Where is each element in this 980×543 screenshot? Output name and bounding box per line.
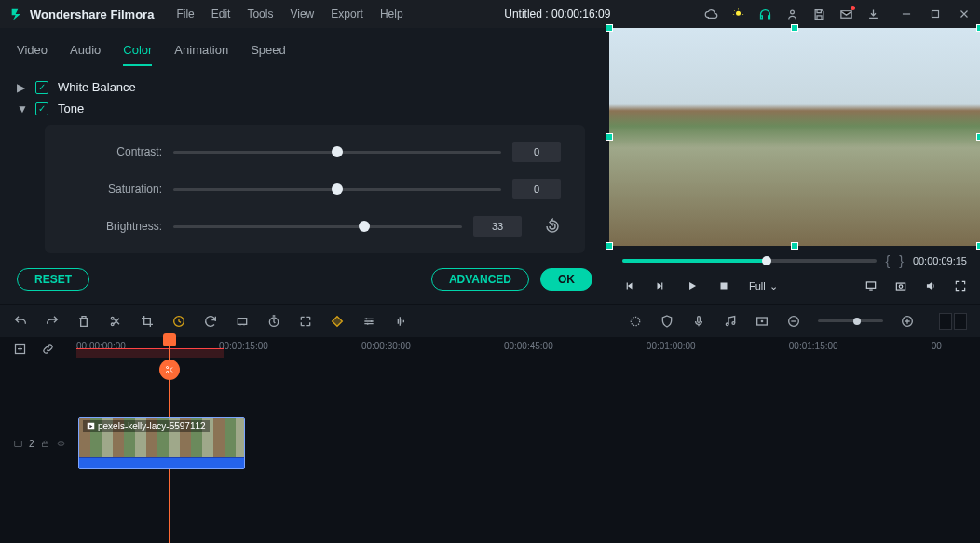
tab-audio[interactable]: Audio [70, 39, 101, 66]
zoom-in-icon[interactable] [900, 314, 915, 329]
music-icon[interactable] [723, 314, 738, 329]
keyframe-icon[interactable] [330, 314, 345, 329]
preview-scale-select[interactable]: Full ⌄ [749, 280, 778, 292]
split-icon[interactable] [108, 314, 123, 329]
lightbulb-icon[interactable] [731, 7, 745, 21]
resize-handle[interactable] [976, 133, 980, 141]
advanced-button[interactable]: ADVANCED [431, 268, 529, 291]
step-back-icon[interactable] [622, 279, 635, 292]
saturation-slider[interactable] [173, 188, 501, 191]
save-icon[interactable] [812, 7, 826, 21]
brightness-value[interactable]: 33 [473, 216, 522, 237]
stop-icon[interactable] [717, 279, 730, 292]
zoom-slider[interactable] [818, 319, 883, 322]
tone-checkbox[interactable] [35, 102, 48, 115]
freeze-icon[interactable] [235, 314, 250, 329]
volume-icon[interactable] [924, 279, 937, 292]
tab-speed[interactable]: Speed [251, 39, 286, 66]
undo-icon[interactable] [13, 314, 28, 329]
contrast-label: Contrast: [69, 145, 162, 158]
link-icon[interactable] [41, 342, 56, 357]
resize-handle[interactable] [791, 242, 798, 250]
zoom-out-icon[interactable] [786, 314, 801, 329]
mark-in-icon[interactable]: { [886, 253, 891, 268]
menu-tools[interactable]: Tools [239, 5, 280, 23]
tone-section[interactable]: ▼ Tone [17, 102, 592, 115]
resize-handle[interactable] [606, 242, 613, 250]
reset-button[interactable]: RESET [17, 268, 89, 291]
ruler-tick: 00 [932, 341, 942, 351]
minimize-icon[interactable] [899, 7, 913, 21]
menu-help[interactable]: Help [373, 5, 411, 23]
shield-icon[interactable] [660, 314, 674, 329]
marker-icon[interactable] [755, 314, 769, 329]
fullscreen-icon[interactable] [954, 279, 967, 292]
close-icon[interactable] [957, 7, 971, 21]
menu-edit[interactable]: Edit [204, 5, 238, 23]
video-preview[interactable] [609, 28, 980, 246]
maximize-icon[interactable] [928, 7, 942, 21]
tab-color[interactable]: Color [123, 39, 152, 66]
svg-point-7 [899, 285, 903, 289]
cloud-icon[interactable] [704, 7, 718, 21]
audio-wave-icon[interactable] [393, 314, 408, 329]
mix-icon[interactable] [628, 314, 643, 329]
resize-handle[interactable] [791, 24, 798, 32]
time-ruler[interactable]: 00:00:00:0000:00:15:0000:00:30:0000:00:4… [76, 337, 967, 361]
play-icon[interactable] [686, 279, 699, 292]
contrast-value[interactable]: 0 [512, 142, 561, 162]
lock-icon[interactable] [40, 439, 50, 449]
ok-button[interactable]: OK [540, 268, 592, 291]
eye-icon[interactable] [56, 439, 66, 449]
menu-export[interactable]: Export [323, 5, 371, 23]
resize-handle[interactable] [976, 242, 980, 250]
progress-slider[interactable] [622, 259, 877, 263]
brightness-slider[interactable] [173, 225, 462, 228]
mic-icon[interactable] [691, 314, 706, 329]
svg-rect-3 [932, 11, 938, 18]
snapshot-icon[interactable] [894, 279, 907, 292]
adjust-icon[interactable] [361, 314, 376, 329]
svg-rect-17 [698, 316, 701, 322]
resize-handle[interactable] [606, 133, 613, 141]
white-balance-section[interactable]: ▶ White Balance [17, 80, 592, 94]
duration-icon[interactable] [266, 314, 281, 329]
window-controls [899, 7, 971, 21]
white-balance-checkbox[interactable] [35, 81, 48, 94]
track-number: 2 [29, 439, 34, 449]
ruler-row: 00:00:00:0000:00:15:0000:00:30:0000:00:4… [0, 337, 980, 361]
add-track-icon[interactable] [13, 342, 28, 357]
reset-brightness-icon[interactable] [544, 218, 561, 235]
menu-file[interactable]: File [169, 5, 201, 23]
expand-icon[interactable] [298, 314, 313, 329]
contrast-slider[interactable] [173, 151, 501, 154]
playback-controls: Full ⌄ [622, 276, 967, 296]
rotate-icon[interactable] [203, 314, 218, 329]
tab-animation[interactable]: Animation [174, 39, 228, 66]
mail-icon[interactable] [839, 7, 853, 21]
delete-icon[interactable] [76, 314, 91, 329]
svg-point-0 [736, 10, 741, 15]
svg-point-30 [60, 442, 61, 443]
resize-handle[interactable] [606, 24, 613, 32]
crop-icon[interactable] [140, 314, 155, 329]
download-icon[interactable] [866, 7, 880, 21]
step-fwd-icon[interactable] [654, 279, 667, 292]
tab-video[interactable]: Video [17, 39, 48, 66]
video-clip[interactable]: pexels-kelly-lacy-5597112 [78, 417, 245, 469]
contrast-row: Contrast: 0 [69, 142, 561, 162]
redo-icon[interactable] [45, 314, 60, 329]
headphones-icon[interactable] [758, 7, 772, 21]
svg-point-13 [365, 318, 367, 319]
timeline-view-toggle[interactable] [939, 313, 967, 330]
saturation-value[interactable]: 0 [512, 179, 561, 199]
property-tabs: Video Audio Color Animation Speed [0, 28, 609, 67]
speed-icon[interactable] [171, 314, 186, 329]
menu-view[interactable]: View [282, 5, 321, 23]
account-icon[interactable] [785, 7, 799, 21]
resize-handle[interactable] [976, 24, 980, 32]
track-video-icon [13, 439, 23, 449]
mark-out-icon[interactable]: } [899, 253, 904, 268]
display-icon[interactable] [864, 279, 878, 292]
playhead[interactable] [163, 333, 176, 346]
